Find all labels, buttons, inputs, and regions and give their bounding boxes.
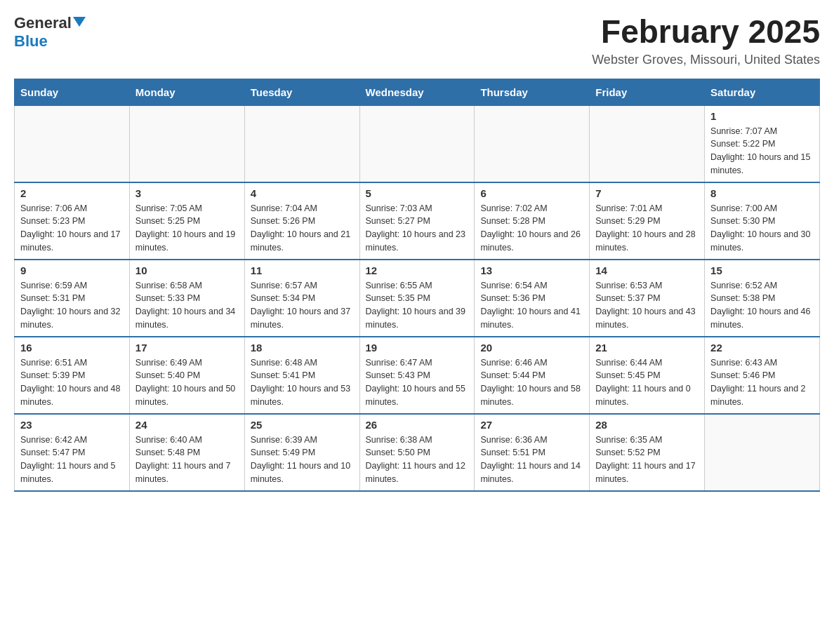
calendar-cell-w5-d5: 28Sunrise: 6:35 AMSunset: 5:52 PMDayligh… <box>590 414 705 491</box>
calendar-cell-w3-d6: 15Sunrise: 6:52 AMSunset: 5:38 PMDayligh… <box>705 260 820 337</box>
logo-blue-text: Blue <box>14 32 48 50</box>
day-number: 1 <box>710 110 814 122</box>
day-info: Sunrise: 6:36 AMSunset: 5:51 PMDaylight:… <box>480 434 583 486</box>
day-info: Sunrise: 6:44 AMSunset: 5:45 PMDaylight:… <box>595 356 699 409</box>
calendar-cell-w2-d2: 4Sunrise: 7:04 AMSunset: 5:26 PMDaylight… <box>244 182 359 260</box>
calendar-week-5: 23Sunrise: 6:42 AMSunset: 5:47 PMDayligh… <box>15 414 820 491</box>
calendar-cell-w4-d0: 16Sunrise: 6:51 AMSunset: 5:39 PMDayligh… <box>15 337 130 414</box>
location-subtitle: Webster Groves, Missouri, United States <box>592 53 820 67</box>
calendar-cell-w4-d4: 20Sunrise: 6:46 AMSunset: 5:44 PMDayligh… <box>475 337 590 414</box>
day-number: 6 <box>480 187 583 199</box>
day-number: 5 <box>366 187 469 199</box>
day-info: Sunrise: 7:02 AMSunset: 5:28 PMDaylight:… <box>480 202 583 255</box>
day-number: 19 <box>366 342 469 354</box>
day-number: 22 <box>710 342 814 354</box>
day-info: Sunrise: 6:48 AMSunset: 5:41 PMDaylight:… <box>251 356 354 409</box>
day-number: 10 <box>135 264 239 276</box>
col-monday: Monday <box>129 79 244 105</box>
col-thursday: Thursday <box>475 79 590 105</box>
calendar-cell-w3-d4: 13Sunrise: 6:54 AMSunset: 5:36 PMDayligh… <box>475 260 590 337</box>
day-info: Sunrise: 6:58 AMSunset: 5:33 PMDaylight:… <box>135 279 239 332</box>
logo-triangle-icon <box>73 17 86 27</box>
calendar-cell-w5-d2: 25Sunrise: 6:39 AMSunset: 5:49 PMDayligh… <box>244 414 359 491</box>
month-year-title: February 2025 <box>592 14 820 50</box>
calendar-cell-w4-d6: 22Sunrise: 6:43 AMSunset: 5:46 PMDayligh… <box>705 337 820 414</box>
day-info: Sunrise: 7:06 AMSunset: 5:23 PMDaylight:… <box>20 202 124 255</box>
day-info: Sunrise: 6:52 AMSunset: 5:38 PMDaylight:… <box>710 279 814 332</box>
calendar-cell-w5-d3: 26Sunrise: 6:38 AMSunset: 5:50 PMDayligh… <box>359 414 475 491</box>
calendar-cell-w2-d6: 8Sunrise: 7:00 AMSunset: 5:30 PMDaylight… <box>705 182 820 260</box>
day-number: 12 <box>366 264 469 276</box>
calendar-cell-w5-d0: 23Sunrise: 6:42 AMSunset: 5:47 PMDayligh… <box>15 414 130 491</box>
day-info: Sunrise: 7:00 AMSunset: 5:30 PMDaylight:… <box>710 202 814 255</box>
calendar-cell-w2-d4: 6Sunrise: 7:02 AMSunset: 5:28 PMDaylight… <box>475 182 590 260</box>
day-info: Sunrise: 6:54 AMSunset: 5:36 PMDaylight:… <box>480 279 583 332</box>
title-area: February 2025 Webster Groves, Missouri, … <box>592 14 820 67</box>
day-info: Sunrise: 6:38 AMSunset: 5:50 PMDaylight:… <box>366 434 469 486</box>
calendar-cell-w4-d2: 18Sunrise: 6:48 AMSunset: 5:41 PMDayligh… <box>244 337 359 414</box>
day-info: Sunrise: 6:42 AMSunset: 5:47 PMDaylight:… <box>20 434 124 486</box>
day-number: 13 <box>480 264 583 276</box>
calendar-week-4: 16Sunrise: 6:51 AMSunset: 5:39 PMDayligh… <box>15 337 820 414</box>
day-info: Sunrise: 6:59 AMSunset: 5:31 PMDaylight:… <box>20 279 124 332</box>
day-info: Sunrise: 7:07 AMSunset: 5:22 PMDaylight:… <box>710 125 814 177</box>
day-info: Sunrise: 6:51 AMSunset: 5:39 PMDaylight:… <box>20 356 124 409</box>
calendar-header-row: Sunday Monday Tuesday Wednesday Thursday… <box>15 79 820 105</box>
calendar-cell-w1-d0 <box>15 105 130 182</box>
day-number: 7 <box>595 187 699 199</box>
day-number: 3 <box>135 187 239 199</box>
day-number: 8 <box>710 187 814 199</box>
calendar-cell-w1-d4 <box>475 105 590 182</box>
calendar-cell-w5-d1: 24Sunrise: 6:40 AMSunset: 5:48 PMDayligh… <box>129 414 244 491</box>
logo: General Blue <box>14 14 87 51</box>
calendar-cell-w1-d1 <box>129 105 244 182</box>
day-number: 20 <box>480 342 583 354</box>
day-info: Sunrise: 7:03 AMSunset: 5:27 PMDaylight:… <box>366 202 469 255</box>
logo-general-text: General <box>14 14 72 32</box>
day-number: 15 <box>710 264 814 276</box>
day-number: 2 <box>20 187 124 199</box>
calendar-cell-w1-d5 <box>590 105 705 182</box>
day-number: 24 <box>135 419 239 431</box>
calendar-cell-w4-d3: 19Sunrise: 6:47 AMSunset: 5:43 PMDayligh… <box>359 337 475 414</box>
calendar-cell-w3-d5: 14Sunrise: 6:53 AMSunset: 5:37 PMDayligh… <box>590 260 705 337</box>
day-info: Sunrise: 7:04 AMSunset: 5:26 PMDaylight:… <box>251 202 354 255</box>
day-number: 23 <box>20 419 124 431</box>
col-sunday: Sunday <box>15 79 130 105</box>
calendar-cell-w2-d1: 3Sunrise: 7:05 AMSunset: 5:25 PMDaylight… <box>129 182 244 260</box>
calendar-cell-w4-d1: 17Sunrise: 6:49 AMSunset: 5:40 PMDayligh… <box>129 337 244 414</box>
calendar-cell-w5-d4: 27Sunrise: 6:36 AMSunset: 5:51 PMDayligh… <box>475 414 590 491</box>
calendar-cell-w2-d5: 7Sunrise: 7:01 AMSunset: 5:29 PMDaylight… <box>590 182 705 260</box>
day-info: Sunrise: 6:55 AMSunset: 5:35 PMDaylight:… <box>366 279 469 332</box>
calendar-cell-w1-d2 <box>244 105 359 182</box>
day-number: 4 <box>251 187 354 199</box>
col-friday: Friday <box>590 79 705 105</box>
calendar-cell-w2-d0: 2Sunrise: 7:06 AMSunset: 5:23 PMDaylight… <box>15 182 130 260</box>
day-number: 17 <box>135 342 239 354</box>
calendar-week-2: 2Sunrise: 7:06 AMSunset: 5:23 PMDaylight… <box>15 182 820 260</box>
calendar-week-1: 1Sunrise: 7:07 AMSunset: 5:22 PMDaylight… <box>15 105 820 182</box>
day-info: Sunrise: 6:35 AMSunset: 5:52 PMDaylight:… <box>595 434 699 486</box>
calendar-table: Sunday Monday Tuesday Wednesday Thursday… <box>14 79 820 492</box>
day-number: 28 <box>595 419 699 431</box>
calendar-cell-w2-d3: 5Sunrise: 7:03 AMSunset: 5:27 PMDaylight… <box>359 182 475 260</box>
day-info: Sunrise: 6:46 AMSunset: 5:44 PMDaylight:… <box>480 356 583 409</box>
day-info: Sunrise: 6:39 AMSunset: 5:49 PMDaylight:… <box>251 434 354 486</box>
day-number: 11 <box>251 264 354 276</box>
calendar-cell-w4-d5: 21Sunrise: 6:44 AMSunset: 5:45 PMDayligh… <box>590 337 705 414</box>
calendar-cell-w1-d6: 1Sunrise: 7:07 AMSunset: 5:22 PMDaylight… <box>705 105 820 182</box>
day-number: 14 <box>595 264 699 276</box>
page-header: General Blue February 2025 Webster Grove… <box>14 14 820 67</box>
col-tuesday: Tuesday <box>244 79 359 105</box>
day-number: 25 <box>251 419 354 431</box>
day-info: Sunrise: 7:01 AMSunset: 5:29 PMDaylight:… <box>595 202 699 255</box>
day-info: Sunrise: 6:49 AMSunset: 5:40 PMDaylight:… <box>135 356 239 409</box>
day-number: 26 <box>366 419 469 431</box>
calendar-cell-w3-d0: 9Sunrise: 6:59 AMSunset: 5:31 PMDaylight… <box>15 260 130 337</box>
day-info: Sunrise: 6:40 AMSunset: 5:48 PMDaylight:… <box>135 434 239 486</box>
calendar-cell-w5-d6 <box>705 414 820 491</box>
day-info: Sunrise: 6:43 AMSunset: 5:46 PMDaylight:… <box>710 356 814 409</box>
col-saturday: Saturday <box>705 79 820 105</box>
day-number: 9 <box>20 264 124 276</box>
calendar-cell-w3-d2: 11Sunrise: 6:57 AMSunset: 5:34 PMDayligh… <box>244 260 359 337</box>
